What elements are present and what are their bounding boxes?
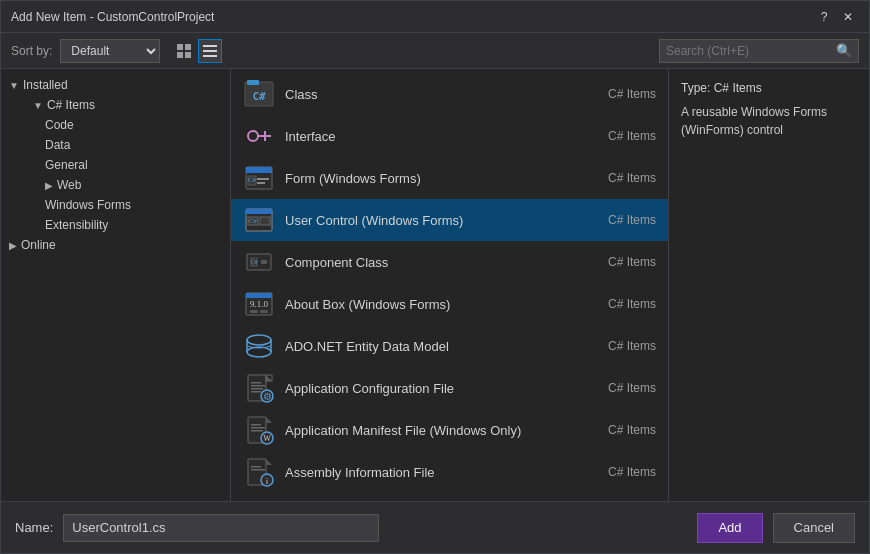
svg-rect-43 [251, 391, 261, 393]
interface-icon [243, 120, 275, 152]
name-label: Name: [15, 520, 53, 535]
windowsforms-label: Windows Forms [45, 198, 131, 212]
sort-select[interactable]: Default [60, 39, 160, 63]
toolbar: Sort by: Default 🔍 [1, 33, 869, 69]
sidebar-item-code[interactable]: Code [1, 115, 230, 135]
item-row-bitmap[interactable]: Bitmap File C# Items [231, 493, 668, 501]
item-name-adonet: ADO.NET Entity Data Model [285, 339, 598, 354]
items-list: C# Class C# Items Interfa [231, 69, 668, 501]
svg-rect-40 [251, 382, 261, 384]
search-box: 🔍 [659, 39, 859, 63]
item-row-class[interactable]: C# Class C# Items [231, 73, 668, 115]
svg-marker-54 [266, 459, 272, 465]
sidebar-item-general[interactable]: General [1, 155, 230, 175]
svg-rect-20 [246, 209, 272, 214]
svg-rect-56 [251, 469, 265, 471]
title-buttons: ? ✕ [813, 6, 859, 28]
sidebar-installed-header[interactable]: ▼ Installed [1, 75, 230, 95]
svg-rect-22 [260, 217, 270, 225]
svg-rect-29 [246, 293, 272, 298]
form-icon: C# [243, 162, 275, 194]
item-row-interface[interactable]: Interface C# Items [231, 115, 668, 157]
sidebar-item-web[interactable]: ▶ Web [1, 175, 230, 195]
item-name-interface: Interface [285, 129, 598, 144]
component-icon: C# [243, 246, 275, 278]
item-row-appmanifest[interactable]: W Application Manifest File (Windows Onl… [231, 409, 668, 451]
code-label: Code [45, 118, 74, 132]
info-description: A reusable Windows Forms (WinForms) cont… [681, 103, 857, 139]
sidebar-item-extensibility[interactable]: Extensibility [1, 215, 230, 235]
item-row-aboutbox[interactable]: 9.1.0 About Box (Windows Forms) C# Items [231, 283, 668, 325]
item-row-form[interactable]: C# Form (Windows Forms) C# Items [231, 157, 668, 199]
dialog-title: Add New Item - CustomControlProject [11, 10, 214, 24]
svg-marker-38 [266, 375, 272, 381]
csitems-label: C# Items [47, 98, 95, 112]
item-row-adonet[interactable]: ADO.NET Entity Data Model C# Items [231, 325, 668, 367]
svg-rect-27 [261, 260, 267, 264]
item-tag-aboutbox: C# Items [608, 297, 656, 311]
name-input[interactable] [63, 514, 379, 542]
item-tag-assembly: C# Items [608, 465, 656, 479]
item-row-usercontrol[interactable]: C# User Control (Windows Forms) C# Items [231, 199, 668, 241]
adonet-icon [243, 330, 275, 362]
sidebar: ▼ Installed ▼ C# Items Code Data General… [1, 69, 231, 501]
item-row-assembly[interactable]: i Assembly Information File C# Items [231, 451, 668, 493]
online-label: Online [21, 238, 56, 252]
svg-text:9.1.0: 9.1.0 [250, 299, 269, 309]
sidebar-item-data[interactable]: Data [1, 135, 230, 155]
svg-rect-15 [257, 178, 269, 180]
data-label: Data [45, 138, 70, 152]
svg-rect-31 [250, 310, 258, 313]
svg-rect-14 [246, 167, 272, 173]
item-name-usercontrol: User Control (Windows Forms) [285, 213, 598, 228]
sidebar-csitems-header[interactable]: ▼ C# Items [1, 95, 230, 115]
add-button[interactable]: Add [697, 513, 762, 543]
sort-label: Sort by: [11, 44, 52, 58]
help-button[interactable]: ? [813, 6, 835, 28]
add-new-item-dialog: Add New Item - CustomControlProject ? ✕ … [0, 0, 870, 554]
grid-view-button[interactable] [172, 39, 196, 63]
svg-rect-6 [203, 55, 217, 57]
close-button[interactable]: ✕ [837, 6, 859, 28]
item-tag-class: C# Items [608, 87, 656, 101]
title-bar: Add New Item - CustomControlProject ? ✕ [1, 1, 869, 33]
item-tag-appconfig: C# Items [608, 381, 656, 395]
list-view-button[interactable] [198, 39, 222, 63]
svg-rect-16 [257, 182, 265, 184]
svg-rect-41 [251, 385, 265, 387]
svg-rect-0 [177, 44, 183, 50]
search-input[interactable] [666, 44, 832, 58]
aboutbox-icon: 9.1.0 [243, 288, 275, 320]
item-name-appmanifest: Application Manifest File (Windows Only) [285, 423, 598, 438]
installed-label: Installed [23, 78, 68, 92]
appconfig-icon: ⚙ [243, 372, 275, 404]
item-name-component: Component Class [285, 255, 598, 270]
item-tag-component: C# Items [608, 255, 656, 269]
svg-marker-47 [266, 417, 272, 423]
item-row-appconfig[interactable]: ⚙ Application Configuration File C# Item… [231, 367, 668, 409]
info-type: Type: C# Items [681, 81, 857, 95]
view-buttons [172, 39, 222, 63]
item-name-appconfig: Application Configuration File [285, 381, 598, 396]
svg-rect-55 [251, 466, 261, 468]
svg-text:⚙: ⚙ [263, 391, 272, 402]
svg-text:C#: C# [248, 176, 257, 184]
items-panel: C# Class C# Items Interfa [231, 69, 669, 501]
item-tag-interface: C# Items [608, 129, 656, 143]
cancel-button[interactable]: Cancel [773, 513, 855, 543]
svg-rect-2 [177, 52, 183, 58]
item-tag-form: C# Items [608, 171, 656, 185]
web-label: Web [57, 178, 81, 192]
item-tag-appmanifest: C# Items [608, 423, 656, 437]
usercontrol-icon: C# [243, 204, 275, 236]
svg-rect-42 [251, 388, 263, 390]
item-name-form: Form (Windows Forms) [285, 171, 598, 186]
bottom-bar: Name: Add Cancel [1, 501, 869, 553]
class-icon: C# [243, 78, 275, 110]
svg-text:C#: C# [250, 259, 257, 265]
main-content: ▼ Installed ▼ C# Items Code Data General… [1, 69, 869, 501]
item-row-component[interactable]: C# Component Class C# Items [231, 241, 668, 283]
assembly-icon: i [243, 456, 275, 488]
sidebar-online-header[interactable]: ▶ Online [1, 235, 230, 255]
sidebar-item-windowsforms[interactable]: Windows Forms [1, 195, 230, 215]
